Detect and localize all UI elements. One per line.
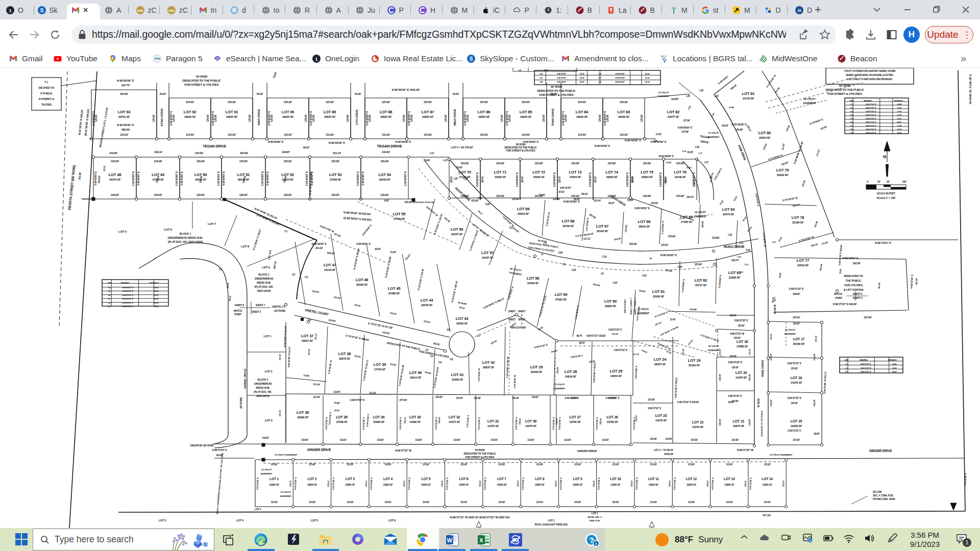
svg-text:LOT 90: LOT 90 <box>282 110 294 114</box>
svg-text:103.92': 103.92' <box>612 333 619 335</box>
svg-text:SHEET 3 SHEET 7: SHEET 3 SHEET 7 <box>630 297 632 315</box>
svg-text:111.63': 111.63' <box>405 254 411 261</box>
svg-text:20189 SF: 20189 SF <box>793 342 805 345</box>
svg-text:TILITIES: TILITIES <box>41 103 52 106</box>
svg-text:S 89°27'22" E: S 89°27'22" E <box>866 118 876 120</box>
svg-text:S 89°27'22" E: S 89°27'22" E <box>614 349 627 352</box>
svg-text:LOT 6: LOT 6 <box>164 228 173 231</box>
svg-text:90.28': 90.28' <box>574 198 580 201</box>
svg-text:L15: L15 <box>850 118 853 120</box>
svg-text:L19: L19 <box>598 81 602 83</box>
svg-text:125.00': 125.00' <box>239 160 248 163</box>
svg-text:C10: C10 <box>746 249 750 252</box>
svg-text:N 00°32'38" E: N 00°32'38" E <box>370 477 373 490</box>
svg-text:DEDICATED TO THE PUBLIC: DEDICATED TO THE PUBLIC <box>825 88 864 91</box>
svg-text:S 30°00'00" E 135.50': S 30°00'00" E 135.50' <box>433 213 443 235</box>
svg-text:50.00': 50.00' <box>257 93 263 95</box>
svg-text:125.00': 125.00' <box>240 152 248 155</box>
svg-text:FOR STREET & UTILITIES: FOR STREET & UTILITIES <box>184 83 219 86</box>
svg-text:115.00': 115.00' <box>650 438 657 440</box>
svg-text:125.00': 125.00' <box>283 160 291 163</box>
svg-text:137.52': 137.52' <box>781 143 785 151</box>
svg-text:24854 SF: 24854 SF <box>610 374 622 378</box>
svg-text:43.18': 43.18' <box>687 151 693 154</box>
svg-text:110.00': 110.00' <box>571 397 577 399</box>
svg-text:15825 SF: 15825 SF <box>459 484 469 486</box>
svg-text:23346 SF: 23346 SF <box>421 304 433 307</box>
svg-text:115.00': 115.00' <box>309 501 315 504</box>
svg-text:N 00°32'38" E: N 00°32'38" E <box>711 477 714 490</box>
svg-text:N 00°32'38" E: N 00°32'38" E <box>559 477 562 490</box>
svg-text:LOT 86: LOT 86 <box>478 110 490 114</box>
svg-text:N 89°13'51" E: N 89°13'51" E <box>875 241 891 244</box>
svg-text:115.00': 115.00' <box>536 501 543 504</box>
svg-text:SHEET 2 SHEET 6: SHEET 2 SHEET 6 <box>634 297 636 315</box>
svg-text:125.00': 125.00' <box>641 115 643 122</box>
svg-text:115.00': 115.00' <box>522 133 530 136</box>
svg-text:S 89°27'22" E: S 89°27'22" E <box>861 363 871 365</box>
svg-text:141.51': 141.51' <box>719 348 721 355</box>
svg-text:161.51': 161.51' <box>815 335 817 342</box>
svg-text:LOT 33: LOT 33 <box>409 415 421 419</box>
svg-text:(75.55'): (75.55') <box>816 149 820 157</box>
svg-text:LOT 76: LOT 76 <box>674 170 686 174</box>
svg-text:17638 SF: 17638 SF <box>336 420 348 423</box>
svg-text:110.00': 110.00' <box>609 397 616 399</box>
svg-text:0': 0' <box>867 181 868 183</box>
svg-text:S 45°00'00" E: S 45°00'00" E <box>122 290 134 292</box>
svg-text:125.00': 125.00' <box>207 115 209 122</box>
svg-text:N 00°32'38" E: N 00°32'38" E <box>328 412 332 425</box>
svg-text:S 00°00'00" E: S 00°00'00" E <box>181 171 183 186</box>
svg-text:N 00°32'38" E: N 00°32'38" E <box>635 477 639 490</box>
svg-text:LOT 28: LOT 28 <box>565 369 577 374</box>
svg-text:LOT 3: LOT 3 <box>265 419 273 422</box>
svg-text:120.00': 120.00' <box>664 178 667 184</box>
svg-text:16825 SF: 16825 SF <box>520 115 532 118</box>
svg-text:GAS, CABLE TV AND OVERLAND DRA: GAS, CABLE TV AND OVERLAND DRAINAGE. <box>847 78 892 81</box>
svg-text:115.00': 115.00' <box>326 133 334 136</box>
svg-text:W: W <box>447 537 453 543</box>
svg-text:19' UTILITY: 19' UTILITY <box>658 91 669 94</box>
svg-text:127.13': 127.13' <box>654 321 662 326</box>
svg-text:S 89°27'22" E: S 89°27'22" E <box>866 125 876 127</box>
svg-text:N 90°00'00" E: N 90°00'00" E <box>117 123 134 127</box>
svg-text:125.00: 125.00 <box>369 115 371 122</box>
svg-text:C10: C10 <box>737 256 741 258</box>
svg-text:FOR STREET & UTILITIES: FOR STREET & UTILITIES <box>506 149 536 152</box>
svg-text:15654 SF: 15654 SF <box>570 176 581 179</box>
svg-text:167.64': 167.64' <box>333 233 341 238</box>
svg-text:THE PUBLIC: THE PUBLIC <box>846 279 862 282</box>
svg-text:N 40°00'00": N 40°00'00" <box>616 81 625 83</box>
svg-text:127.89': 127.89' <box>681 131 689 133</box>
svg-text:102.00': 102.00' <box>333 296 340 300</box>
svg-text:131.08': 131.08' <box>821 241 828 245</box>
svg-text:197.36': 197.36' <box>774 87 780 94</box>
svg-text:125.00': 125.00' <box>629 242 637 245</box>
svg-text:115.00': 115.00' <box>309 463 315 466</box>
svg-text:(PLAT DOC. NO.: (PLAT DOC. NO. <box>254 391 272 393</box>
svg-text:MATCH POINT: MATCH POINT <box>511 327 526 329</box>
svg-text:15825 SF: 15825 SF <box>421 484 431 486</box>
svg-text:125.00': 125.00' <box>543 115 545 122</box>
svg-text:LOT 8: LOT 8 <box>535 477 544 481</box>
svg-text:115.00': 115.00' <box>423 501 429 504</box>
svg-text:14376 SF: 14376 SF <box>736 376 747 379</box>
svg-text:50' ROW: 50' ROW <box>757 398 760 408</box>
svg-text:GINGERBREAD: GINGERBREAD <box>255 277 274 280</box>
svg-text:125.00': 125.00' <box>512 198 519 201</box>
svg-text:125.00': 125.00' <box>496 162 504 165</box>
svg-text:S 00°00'00" E: S 00°00'00" E <box>132 171 135 186</box>
svg-text:30' UTILITY: 30' UTILITY <box>785 329 795 331</box>
svg-text:115.00': 115.00' <box>688 501 695 504</box>
svg-text:50.00': 50.00' <box>160 93 166 95</box>
svg-text:ONE: ONE <box>137 9 143 12</box>
svg-text:117.11': 117.11' <box>583 238 591 240</box>
svg-text:115.00': 115.00' <box>793 439 800 441</box>
svg-text:S 89°27'22" E: S 89°27'22" E <box>787 362 801 365</box>
svg-text:L3: L3 <box>845 371 847 373</box>
svg-text:LOT 38: LOT 38 <box>338 352 351 356</box>
svg-text:LOT 8: LOT 8 <box>241 245 250 248</box>
svg-text:L11: L11 <box>850 104 853 106</box>
svg-text:15825 SF: 15825 SF <box>763 484 772 486</box>
svg-text:LOT 57: LOT 57 <box>481 251 494 255</box>
